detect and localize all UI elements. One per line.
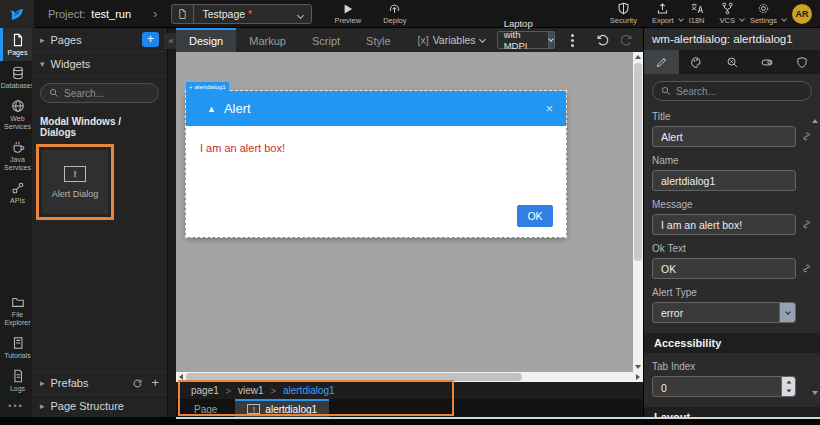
deploy-button[interactable]: Deploy: [383, 3, 406, 25]
widget-search-input[interactable]: [64, 88, 152, 99]
toggle-icon: [760, 56, 774, 69]
tab-index-input[interactable]: [653, 377, 781, 397]
field-label-name: Name: [652, 155, 812, 166]
properties-scrollbar[interactable]: [811, 102, 819, 413]
preview-button[interactable]: Preview: [334, 3, 361, 25]
scroll-left-arrow[interactable]: [176, 372, 186, 382]
settings-button[interactable]: Settings: [750, 2, 777, 25]
alert-type-select[interactable]: error: [652, 302, 796, 323]
canvas-horizontal-scrollbar[interactable]: [176, 372, 643, 382]
stepper-up-button[interactable]: [782, 377, 795, 387]
field-label-alert-type: Alert Type: [652, 287, 812, 298]
rail-item-databases[interactable]: Databases: [0, 61, 32, 94]
page-select-value: Testpage: [202, 8, 245, 20]
dialog-close-icon[interactable]: ×: [545, 101, 553, 116]
tab-script[interactable]: Script: [299, 28, 353, 52]
tab-markup[interactable]: Markup: [236, 28, 299, 52]
project-breadcrumb: Project: test_run: [48, 8, 131, 20]
field-label-oktext: Ok Text: [652, 243, 812, 254]
prefabs-section-header[interactable]: ▸ Prefabs +: [32, 371, 167, 394]
redo-button[interactable]: [619, 33, 633, 47]
tab-security[interactable]: [785, 50, 820, 74]
chevron-down-icon: [548, 32, 554, 48]
add-prefab-icon[interactable]: +: [151, 378, 159, 388]
rail-item-java-services[interactable]: Java Services: [0, 135, 32, 176]
i18n-button[interactable]: I18N: [689, 2, 705, 25]
widgets-section-header[interactable]: ▾ Widgets: [32, 52, 167, 76]
coffee-cup-icon: [11, 140, 25, 154]
bind-link-icon[interactable]: [796, 219, 812, 230]
gear-icon: [757, 2, 770, 15]
undo-button[interactable]: [596, 33, 610, 47]
security-button[interactable]: Security: [610, 2, 637, 25]
refresh-icon[interactable]: [132, 378, 143, 389]
properties-search-input[interactable]: [676, 86, 786, 97]
stepper-down-button[interactable]: [782, 387, 795, 397]
globe-icon: [11, 99, 25, 113]
export-button[interactable]: Export: [652, 2, 674, 25]
rail-item-logs[interactable]: Logs: [0, 364, 32, 397]
breadcrumb-view1[interactable]: view1: [238, 385, 264, 396]
pages-section-header[interactable]: ▸ Pages +: [32, 28, 167, 52]
rail-item-web-services[interactable]: Web Services: [0, 94, 32, 135]
tab-events[interactable]: [714, 50, 749, 74]
rail-item-apis[interactable]: APIs: [0, 176, 32, 209]
database-icon: [11, 66, 25, 80]
chevron-down-icon: [290, 5, 311, 23]
panel-gutter: «: [168, 28, 176, 417]
design-canvas[interactable]: + alertdialog1 ▲ Alert × I am an alert b…: [176, 52, 633, 372]
rail-item-tutorials[interactable]: Tutorials: [0, 331, 32, 364]
page-file-icon: [172, 5, 194, 23]
breadcrumb-page1[interactable]: page1: [191, 385, 219, 396]
properties-search[interactable]: [652, 81, 812, 101]
tab-device[interactable]: [750, 50, 785, 74]
section-layout: Layout: [644, 407, 820, 417]
user-avatar[interactable]: AR: [792, 4, 812, 24]
widget-search[interactable]: [40, 83, 159, 103]
widget-category-label: Modal Windows / Dialogs: [32, 110, 167, 146]
add-page-button[interactable]: +: [142, 32, 159, 47]
scroll-down-arrow[interactable]: [633, 362, 643, 372]
properties-list: Title Name Message Ok Text: [644, 103, 820, 417]
tab-alertdialog1[interactable]: ! alertdialog1: [235, 399, 329, 417]
triangle-right-icon: ▸: [40, 401, 45, 411]
bind-link-icon[interactable]: [796, 263, 812, 274]
page-selector[interactable]: Testpage *: [171, 4, 312, 24]
breadcrumb-alertdialog1[interactable]: alertdialog1: [283, 385, 335, 396]
rail-item-pages[interactable]: Pages: [0, 28, 32, 61]
more-options-button[interactable]: [565, 31, 580, 50]
alert-dialog-icon: !: [247, 404, 260, 414]
name-input[interactable]: [652, 170, 796, 191]
device-selector[interactable]: Laptop with MDPI Screen: [497, 31, 555, 49]
tab-style[interactable]: Style: [353, 28, 403, 52]
magnifier-gear-icon: [726, 56, 739, 69]
alert-dialog-widget-card[interactable]: ! Alert Dialog: [42, 150, 108, 214]
dialog-ok-button[interactable]: OK: [517, 205, 553, 227]
title-input[interactable]: [652, 126, 796, 147]
chevron-right-icon: ›: [153, 6, 157, 21]
scroll-right-arrow[interactable]: [633, 372, 643, 382]
search-icon: [49, 88, 59, 98]
page-structure-section-header[interactable]: ▸ Page Structure: [32, 394, 167, 417]
alert-dialog-preview[interactable]: ▲ Alert × I am an alert box! OK: [186, 91, 566, 237]
folder-icon: [11, 295, 25, 309]
chevron-down-icon: [679, 8, 683, 26]
tab-styles[interactable]: [679, 50, 714, 74]
tab-design[interactable]: Design: [176, 28, 236, 52]
variables-button[interactable]: [x] Variables: [418, 34, 485, 46]
selection-tag[interactable]: + alertdialog1: [186, 82, 229, 91]
tab-properties[interactable]: [644, 50, 679, 74]
tab-index-stepper: [652, 376, 796, 397]
vcs-button[interactable]: VCS: [719, 2, 734, 25]
scroll-up-arrow[interactable]: [633, 52, 643, 62]
shield-icon: [796, 56, 808, 69]
triangle-down-icon: ▾: [40, 59, 45, 69]
ok-text-input[interactable]: [652, 258, 796, 279]
bind-link-icon[interactable]: [796, 131, 812, 142]
tab-page[interactable]: Page: [176, 399, 235, 417]
canvas-vertical-scrollbar[interactable]: [633, 52, 643, 372]
rail-more-button[interactable]: •••: [0, 397, 32, 417]
rail-item-file-explorer[interactable]: File Explorer: [0, 290, 32, 331]
message-input[interactable]: [652, 214, 796, 235]
app-logo-icon[interactable]: [0, 0, 34, 28]
